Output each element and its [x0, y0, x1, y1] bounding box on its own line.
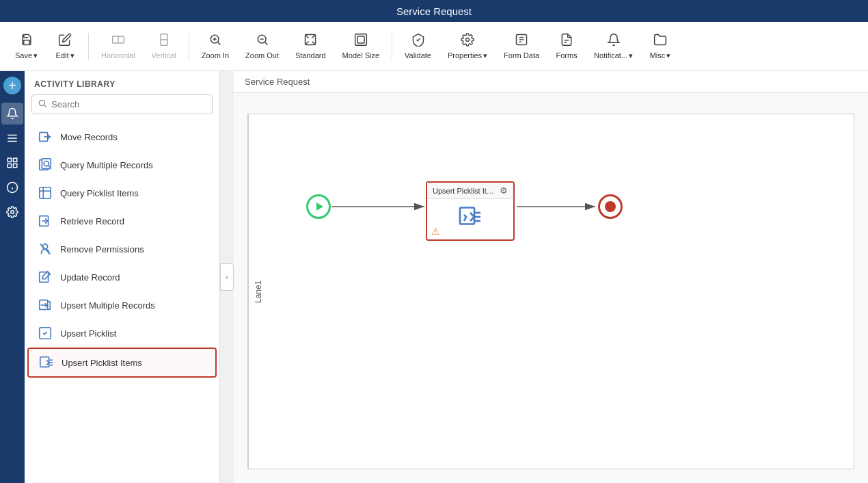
notifications-icon [607, 33, 621, 49]
search-icon [38, 99, 47, 110]
toolbar-properties[interactable]: Properties▾ [441, 30, 494, 63]
activity-item-upsert-picklist-items[interactable]: Upsert Picklist Items [27, 348, 217, 378]
svg-point-31 [11, 211, 14, 214]
activity-item-upsert-picklist[interactable]: Upsert Picklist [27, 319, 217, 347]
horizontal-icon [111, 33, 125, 49]
query-multiple-records-label: Query Multiple Records [60, 160, 153, 170]
remove-permissions-label: Remove Permissions [60, 244, 144, 254]
update-record-label: Update Record [60, 272, 120, 283]
save-icon [20, 33, 33, 49]
top-bar: Service Request [0, 0, 868, 22]
canvas-area: Service Request Lane1 [234, 71, 868, 483]
toolbar-zoom-in[interactable]: Zoom In [195, 30, 236, 62]
lane-label: Lane1 [248, 114, 267, 469]
search-input[interactable] [51, 99, 206, 109]
toolbar-sep-2 [189, 33, 189, 60]
form-data-icon [515, 33, 528, 49]
move-records-label: Move Records [60, 132, 118, 142]
toolbar-vertical[interactable]: Vertical [145, 30, 183, 62]
svg-line-9 [265, 42, 267, 45]
activity-item-remove-permissions[interactable]: Remove Permissions [27, 235, 217, 263]
forms-icon [560, 33, 573, 49]
start-node[interactable] [306, 194, 331, 219]
activity-library-panel: ACTIVITY LIBRARY Move Records Qu [25, 71, 220, 483]
svg-rect-13 [357, 36, 364, 43]
svg-line-33 [44, 105, 46, 107]
upsert-multiple-records-label: Upsert Multiple Records [60, 300, 155, 311]
toolbar-sep-3 [392, 33, 392, 60]
toolbar-sep-1 [88, 33, 89, 60]
svg-rect-40 [40, 187, 51, 199]
activity-library-header: ACTIVITY LIBRARY [25, 71, 219, 94]
svg-rect-12 [355, 34, 366, 46]
activity-item-query-picklist-items[interactable]: Query Picklist Items [27, 179, 217, 207]
nav-add-button[interactable]: + [3, 77, 21, 94]
toolbar-notifications[interactable]: Notificat...▾ [587, 30, 640, 63]
nav-info-button[interactable] [1, 177, 23, 198]
activity-node-gear-button[interactable]: ⚙ [500, 185, 508, 196]
activity-item-retrieve-record[interactable]: Retrieve Record [27, 207, 217, 235]
model-size-icon [354, 33, 368, 49]
main-layout: + ACTIVITY LIBRARY [0, 71, 868, 483]
retrieve-record-icon [37, 213, 53, 229]
flow-container: Upsert Picklist Item... ⚙ [267, 114, 854, 469]
svg-rect-27 [14, 164, 17, 168]
toolbar-misc[interactable]: Misc▾ [642, 30, 678, 63]
collapse-panel-button[interactable]: ‹ [220, 263, 234, 291]
nav-notifications-button[interactable] [1, 103, 23, 125]
remove-permissions-icon [37, 241, 53, 257]
nav-activities-button[interactable] [1, 152, 23, 174]
move-records-icon [37, 129, 53, 145]
svg-point-14 [466, 38, 470, 41]
activity-item-upsert-multiple-records[interactable]: Upsert Multiple Records [27, 291, 217, 319]
lane: Lane1 [247, 114, 854, 469]
nav-list-button[interactable] [1, 127, 23, 149]
nav-settings-button[interactable] [1, 201, 23, 223]
activity-list: Move Records Query Multiple Records Quer… [25, 120, 219, 483]
svg-point-32 [39, 100, 44, 105]
activity-item-move-records[interactable]: Move Records [27, 123, 217, 151]
toolbar-standard[interactable]: Standard [288, 30, 333, 62]
upsert-picklist-items-icon [38, 354, 55, 371]
activity-node-header: Upsert Picklist Item... ⚙ [427, 183, 513, 199]
search-box[interactable] [31, 94, 213, 114]
svg-rect-26 [8, 164, 11, 168]
standard-icon [303, 33, 317, 49]
activity-node-title: Upsert Picklist Item... [433, 187, 494, 195]
query-multiple-records-icon [37, 157, 53, 173]
breadcrumb-text: Service Request [245, 77, 310, 87]
toolbar-form-data[interactable]: Form Data [497, 30, 546, 62]
activity-node-icon [458, 205, 483, 234]
misc-icon [653, 33, 667, 49]
upsert-picklist-label: Upsert Picklist [60, 328, 116, 339]
svg-line-5 [218, 42, 221, 45]
toolbar-validate[interactable]: Validate [398, 30, 438, 62]
upsert-picklist-items-node[interactable]: Upsert Picklist Item... ⚙ [426, 181, 515, 241]
zoom-out-icon [256, 33, 269, 49]
toolbar-model-size[interactable]: Model Size [336, 30, 386, 62]
canvas-breadcrumb: Service Request [234, 71, 868, 93]
canvas-content[interactable]: Lane1 [234, 93, 868, 483]
vertical-icon [157, 33, 171, 49]
toolbar-horizontal[interactable]: Horizontal [94, 30, 142, 62]
svg-rect-24 [8, 158, 11, 161]
svg-rect-25 [14, 158, 17, 161]
warning-badge: ⚠ [431, 226, 440, 237]
update-record-icon [37, 269, 53, 285]
toolbar-forms[interactable]: Forms [549, 30, 584, 62]
toolbar-zoom-out[interactable]: Zoom Out [239, 30, 286, 62]
properties-icon [461, 33, 474, 49]
toolbar: Save▾ Edit▾ Horizontal Vertical Zoom In [0, 22, 868, 71]
flow-connections [267, 114, 854, 469]
query-picklist-items-icon [37, 185, 53, 201]
query-picklist-items-label: Query Picklist Items [60, 188, 139, 198]
activity-item-query-multiple-records[interactable]: Query Multiple Records [27, 151, 217, 179]
toolbar-edit[interactable]: Edit▾ [47, 30, 83, 63]
toolbar-save[interactable]: Save▾ [8, 30, 44, 63]
activity-item-update-record[interactable]: Update Record [27, 263, 217, 291]
end-node[interactable] [598, 194, 623, 219]
collapse-icon: ‹ [226, 274, 228, 281]
validate-icon [411, 33, 425, 49]
upsert-picklist-icon [37, 325, 53, 341]
left-nav: + [0, 71, 25, 483]
